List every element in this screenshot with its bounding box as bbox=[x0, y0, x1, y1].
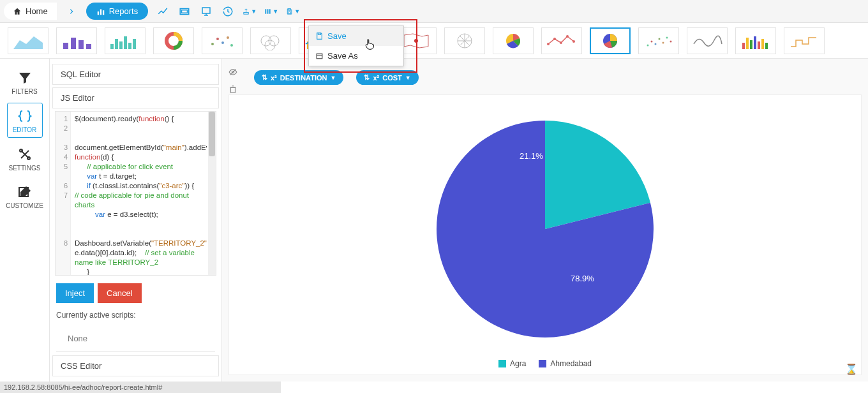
rail-customize[interactable]: CUSTOMIZE bbox=[7, 179, 43, 213]
dimension-pills: ⇅ x² DESTINATION ▼ ⇅ x² COST ▼ bbox=[254, 70, 419, 85]
home-icon bbox=[13, 7, 22, 16]
slice-label-1: 21.1% bbox=[520, 151, 543, 161]
export-icon[interactable]: ▼ bbox=[243, 4, 257, 19]
legend-item[interactable]: Ahmedabad bbox=[539, 359, 592, 368]
slice-label-2: 78.9% bbox=[571, 274, 594, 283]
chart-type-sunburst[interactable] bbox=[493, 27, 534, 54]
rail-settings[interactable]: SETTINGS bbox=[7, 142, 43, 175]
rail-editor[interactable]: EDITOR bbox=[7, 103, 43, 138]
legend-item[interactable]: Agra bbox=[498, 359, 526, 368]
pie-chart[interactable]: 21.1% 78.9% bbox=[417, 101, 673, 357]
line-chart-tool-icon[interactable] bbox=[156, 4, 170, 19]
css-editor-header[interactable]: CSS Editor bbox=[52, 355, 219, 376]
folder-open-icon[interactable] bbox=[177, 4, 191, 19]
chart-type-histogram[interactable] bbox=[105, 27, 146, 54]
cancel-button[interactable]: Cancel bbox=[98, 283, 141, 303]
svg-point-52 bbox=[647, 44, 649, 46]
chart-type-spline[interactable] bbox=[687, 27, 728, 54]
chart-type-column[interactable] bbox=[735, 27, 776, 54]
chart-type-line[interactable] bbox=[541, 27, 582, 54]
chart-type-step[interactable] bbox=[784, 27, 825, 54]
svg-rect-2 bbox=[103, 10, 104, 15]
svg-rect-64 bbox=[761, 39, 764, 49]
destination-pill[interactable]: ⇅ x² DESTINATION ▼ bbox=[254, 70, 343, 85]
bar-chart-icon bbox=[96, 7, 105, 16]
editor-buttons: Inject Cancel bbox=[50, 278, 221, 308]
svg-point-54 bbox=[655, 43, 657, 45]
chart-type-donut[interactable] bbox=[153, 27, 194, 54]
chart-type-strip bbox=[0, 23, 868, 59]
visibility-icon[interactable] bbox=[228, 68, 237, 78]
code-scrollbar[interactable] bbox=[208, 112, 216, 275]
scrollbar-thumb[interactable] bbox=[209, 112, 215, 156]
top-toolbar: Home Reports ▼ ▼ ▼ bbox=[0, 0, 868, 23]
rail-filters[interactable]: FILTERS bbox=[7, 65, 43, 99]
main-area: FILTERS EDITOR SETTINGS CUSTOMIZE SQL Ed… bbox=[0, 59, 868, 382]
svg-rect-13 bbox=[288, 11, 291, 13]
rail-label: CUSTOMIZE bbox=[6, 202, 43, 209]
caret-down-icon: ▼ bbox=[251, 8, 257, 15]
svg-point-28 bbox=[211, 43, 214, 45]
svg-rect-0 bbox=[97, 11, 98, 15]
caret-down-icon: ▼ bbox=[405, 75, 411, 81]
js-code-editor[interactable]: 12 345 67 8 $(document).ready(function()… bbox=[55, 111, 216, 276]
chart-type-bubble[interactable] bbox=[250, 27, 291, 54]
chart-type-area[interactable] bbox=[8, 27, 49, 54]
svg-rect-22 bbox=[115, 39, 118, 49]
svg-point-50 bbox=[572, 40, 575, 43]
braces-icon bbox=[16, 107, 34, 125]
legend-swatch bbox=[539, 360, 546, 367]
inject-button[interactable]: Inject bbox=[56, 283, 94, 303]
svg-rect-60 bbox=[746, 38, 749, 49]
svg-point-58 bbox=[670, 40, 672, 42]
reports-label: Reports bbox=[109, 6, 138, 16]
svg-point-31 bbox=[227, 36, 229, 39]
svg-rect-9 bbox=[266, 9, 267, 13]
svg-point-35 bbox=[265, 40, 275, 50]
svg-rect-15 bbox=[317, 54, 322, 59]
svg-rect-59 bbox=[742, 43, 745, 49]
svg-point-55 bbox=[659, 38, 661, 40]
save-as-menu-item[interactable]: Save As bbox=[309, 46, 403, 66]
svg-point-49 bbox=[566, 35, 569, 38]
save-as-menu-label: Save As bbox=[327, 51, 358, 61]
sort-icon: ⇅ bbox=[364, 73, 370, 82]
svg-rect-19 bbox=[79, 40, 84, 49]
legend-label: Agra bbox=[510, 359, 526, 368]
save-dropdown-icon[interactable]: ▼ bbox=[286, 4, 300, 19]
chart-type-radar[interactable] bbox=[444, 27, 485, 54]
js-editor-header[interactable]: JS Editor bbox=[52, 87, 219, 108]
reports-tab[interactable]: Reports bbox=[86, 3, 149, 20]
svg-rect-4 bbox=[182, 10, 188, 13]
status-bar: 192.168.2.58:8085/hi-ee/adhoc/report-cre… bbox=[0, 382, 281, 393]
history-icon[interactable] bbox=[221, 4, 235, 19]
code-content[interactable]: $(document).ready(function() { document.… bbox=[72, 112, 207, 275]
tools-icon bbox=[16, 145, 34, 163]
svg-point-33 bbox=[261, 36, 271, 46]
chart-side-icons bbox=[228, 68, 237, 96]
svg-rect-10 bbox=[267, 9, 269, 13]
svg-rect-62 bbox=[754, 36, 756, 49]
sql-editor-header[interactable]: SQL Editor bbox=[52, 64, 219, 85]
columns-icon[interactable]: ▼ bbox=[264, 4, 278, 19]
save-menu-item[interactable]: Save bbox=[309, 26, 403, 46]
chart-type-bar[interactable] bbox=[56, 27, 97, 54]
home-button[interactable]: Home bbox=[4, 3, 57, 20]
svg-rect-5 bbox=[202, 8, 210, 13]
home-label: Home bbox=[26, 6, 48, 16]
svg-rect-24 bbox=[124, 36, 127, 49]
legend-label: Ahmedabad bbox=[550, 359, 592, 368]
svg-point-47 bbox=[553, 38, 556, 40]
chart-type-scatter2[interactable] bbox=[638, 27, 679, 54]
chevron-right-icon bbox=[68, 7, 75, 16]
pill-label: DESTINATION bbox=[280, 74, 327, 82]
chart-type-pie[interactable] bbox=[590, 27, 631, 54]
sort-icon: ⇅ bbox=[262, 73, 267, 82]
presentation-icon[interactable] bbox=[199, 4, 213, 19]
chart-type-scatter[interactable] bbox=[202, 27, 243, 54]
caret-down-icon: ▼ bbox=[331, 75, 336, 81]
svg-rect-23 bbox=[119, 41, 123, 49]
scripts-note: Currently active scripts: bbox=[50, 308, 221, 322]
cost-pill[interactable]: ⇅ x² COST ▼ bbox=[356, 70, 418, 85]
svg-marker-16 bbox=[13, 36, 43, 49]
